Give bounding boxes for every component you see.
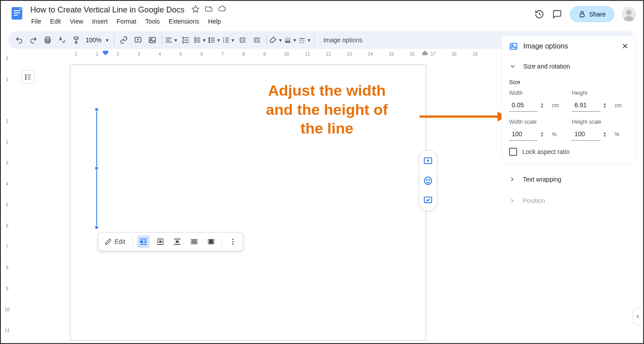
add-comment-icon[interactable] bbox=[131, 33, 145, 47]
insert-image-icon[interactable] bbox=[146, 33, 159, 47]
menu-edit[interactable]: Edit bbox=[47, 16, 65, 27]
svg-point-6 bbox=[626, 10, 632, 15]
border-dash-icon[interactable]: ▼ bbox=[298, 33, 311, 47]
indent-marker-right[interactable] bbox=[422, 51, 428, 58]
chevron-down-icon: ▼ bbox=[216, 38, 221, 43]
align-icon[interactable]: ▼ bbox=[165, 33, 178, 47]
svg-rect-27 bbox=[209, 240, 213, 243]
line-spacing-icon[interactable] bbox=[179, 33, 192, 47]
resize-handle-mid[interactable] bbox=[95, 166, 98, 170]
comment-rail bbox=[419, 150, 437, 211]
share-label: Share bbox=[589, 11, 606, 18]
wrap-behind-icon[interactable] bbox=[188, 235, 200, 248]
resize-handle-top[interactable] bbox=[95, 108, 98, 111]
cloud-icon[interactable] bbox=[218, 5, 226, 15]
chevron-down-icon: ▼ bbox=[293, 38, 297, 43]
menu-view[interactable]: View bbox=[66, 16, 87, 27]
indent-increase-icon[interactable] bbox=[250, 33, 264, 47]
image-options-sidebar: Image options ✕ Size and rotation Size W… bbox=[501, 36, 636, 211]
separator bbox=[222, 237, 222, 247]
chevron-down-icon: ▼ bbox=[278, 38, 283, 43]
wrap-inline-icon[interactable] bbox=[137, 235, 150, 248]
wscale-stepper[interactable]: ▲▼ bbox=[540, 131, 547, 138]
more-options-icon[interactable] bbox=[227, 235, 239, 248]
star-icon[interactable] bbox=[192, 5, 200, 15]
svg-rect-11 bbox=[149, 37, 155, 43]
wrap-front-icon[interactable] bbox=[205, 235, 217, 248]
outline-toggle[interactable] bbox=[21, 70, 35, 84]
wrap-break-icon[interactable] bbox=[171, 235, 183, 248]
move-icon[interactable] bbox=[205, 5, 213, 15]
svg-point-13 bbox=[208, 37, 209, 38]
lock-aspect-checkbox[interactable] bbox=[509, 148, 517, 156]
svg-point-34 bbox=[429, 179, 430, 180]
annotation-arrow bbox=[420, 110, 509, 123]
menu-file[interactable]: File bbox=[28, 16, 45, 27]
width-stepper[interactable]: ▲▼ bbox=[540, 102, 547, 109]
hscale-label: Height scale bbox=[572, 119, 628, 125]
doc-title[interactable]: How to Create Vertical Line in Google Do… bbox=[28, 4, 187, 16]
close-sidebar-icon[interactable]: ✕ bbox=[622, 41, 628, 51]
bullet-list-icon[interactable]: ▼ bbox=[208, 33, 221, 47]
share-button[interactable]: Share bbox=[570, 6, 615, 22]
side-panel-toggle[interactable] bbox=[632, 308, 642, 325]
annotation-line: and the height of bbox=[266, 100, 388, 119]
indent-decrease-icon[interactable] bbox=[236, 33, 249, 47]
height-input[interactable] bbox=[572, 99, 600, 112]
paint-format-icon[interactable] bbox=[69, 33, 83, 47]
wrap-text-icon[interactable] bbox=[154, 235, 167, 248]
image-options-button[interactable]: Image options bbox=[317, 36, 369, 44]
size-rotation-toggle[interactable]: Size and rotation bbox=[502, 57, 636, 76]
svg-rect-36 bbox=[510, 43, 517, 49]
add-emoji-icon[interactable] bbox=[421, 174, 435, 188]
separator bbox=[114, 35, 114, 45]
border-weight-icon[interactable]: ▼ bbox=[284, 33, 297, 47]
spellcheck-icon[interactable] bbox=[55, 33, 69, 47]
text-wrapping-toggle[interactable]: Text wrapping bbox=[501, 169, 636, 190]
annotation-line: the line bbox=[266, 119, 388, 138]
svg-rect-3 bbox=[14, 15, 18, 16]
separator bbox=[314, 35, 314, 45]
avatar[interactable] bbox=[622, 7, 636, 21]
annotation-text: Adjust the width and the height of the l… bbox=[266, 81, 388, 138]
history-icon[interactable] bbox=[534, 9, 545, 20]
comments-icon[interactable] bbox=[552, 9, 562, 20]
suggest-edit-icon[interactable] bbox=[421, 193, 435, 207]
numbered-list-icon[interactable]: 123▼ bbox=[222, 33, 235, 47]
svg-point-15 bbox=[208, 41, 209, 42]
menu-format[interactable]: Format bbox=[113, 16, 140, 27]
separator bbox=[162, 35, 162, 45]
svg-rect-23 bbox=[140, 241, 143, 243]
checklist-icon[interactable]: ▼ bbox=[193, 33, 207, 47]
height-stepper[interactable]: ▲▼ bbox=[603, 102, 610, 109]
chevron-down-icon: ▼ bbox=[202, 38, 207, 43]
chevron-right-icon bbox=[509, 197, 516, 204]
menu-help[interactable]: Help bbox=[204, 16, 224, 27]
redo-icon[interactable] bbox=[27, 33, 40, 47]
menu-tools[interactable]: Tools bbox=[142, 16, 163, 27]
resize-handle-bottom[interactable] bbox=[95, 226, 98, 229]
border-color-icon[interactable]: ▼ bbox=[269, 33, 283, 47]
zoom-selector[interactable]: 100%▼ bbox=[84, 36, 111, 44]
menu-extensions[interactable]: Extensions bbox=[165, 16, 203, 27]
undo-icon[interactable] bbox=[12, 33, 26, 47]
lock-aspect-label: Lock aspect ratio bbox=[522, 148, 570, 155]
svg-point-29 bbox=[232, 241, 234, 243]
selected-drawing-line[interactable] bbox=[96, 109, 97, 227]
section-label: Text wrapping bbox=[523, 176, 561, 183]
menu-insert[interactable]: Insert bbox=[89, 16, 111, 27]
hscale-stepper[interactable]: ▲▼ bbox=[603, 131, 610, 138]
svg-point-21 bbox=[25, 78, 26, 79]
indent-marker-left[interactable] bbox=[103, 51, 108, 58]
docs-logo[interactable] bbox=[8, 4, 26, 22]
link-icon[interactable] bbox=[117, 33, 130, 47]
add-comment-rail-icon[interactable] bbox=[421, 154, 435, 168]
width-input[interactable] bbox=[509, 99, 538, 112]
svg-point-33 bbox=[426, 179, 427, 180]
edit-image-button[interactable]: Edit bbox=[102, 238, 128, 245]
ruler-vertical: 2112345678910111213 bbox=[2, 51, 12, 342]
print-icon[interactable] bbox=[41, 33, 54, 47]
hscale-input[interactable] bbox=[572, 128, 600, 141]
wscale-input[interactable] bbox=[509, 128, 538, 141]
separator bbox=[266, 35, 267, 45]
